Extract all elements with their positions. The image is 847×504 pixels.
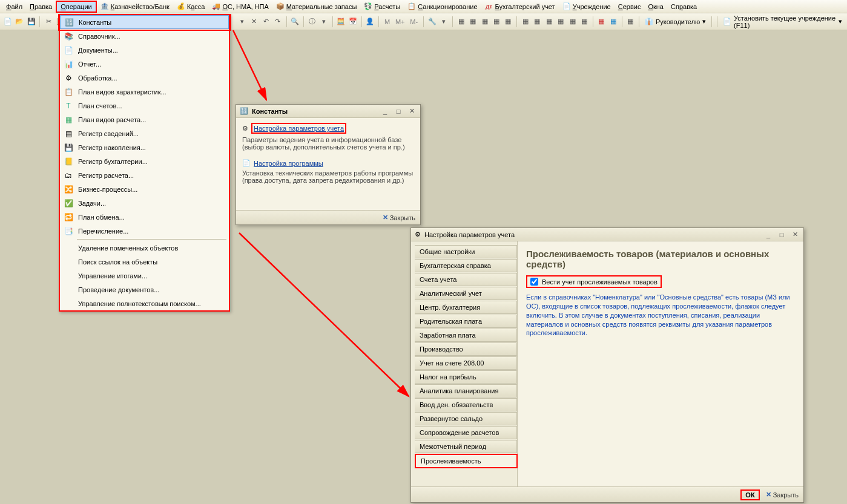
tab-accounts[interactable]: Счета учета <box>415 273 517 286</box>
menu-materials[interactable]: 📦Материальные запасы <box>272 1 361 12</box>
tab-support[interactable]: Сопровождение расчетов <box>415 426 517 439</box>
dd-totals[interactable]: Управление итогами... <box>60 269 229 283</box>
save-icon[interactable]: 💾 <box>26 16 36 28</box>
dd-reg-accum[interactable]: 💾Регистр накопления... <box>60 140 229 154</box>
dd-reg-calc[interactable]: 🗂Регистр расчета... <box>60 168 229 182</box>
dd-report[interactable]: 📊Отчет... <box>60 57 229 71</box>
cut-icon[interactable]: ✂ <box>43 16 53 28</box>
menu-cash[interactable]: 💰Касса <box>173 1 209 12</box>
dropdown-icon[interactable]: ▾ <box>237 16 248 28</box>
undo-icon[interactable]: ↶ <box>261 16 271 28</box>
tab-traceability[interactable]: Прослеживаемость <box>415 454 518 468</box>
menu-edit[interactable]: Правка <box>26 2 56 11</box>
dd-plan-char[interactable]: 📋План видов характеристик... <box>60 85 229 99</box>
tab-accounting-note[interactable]: Бухгалтерская справка <box>415 259 517 272</box>
window-titlebar[interactable]: 🔢 Константы _ □ ✕ <box>236 105 420 118</box>
m-minus[interactable]: М- <box>407 16 420 28</box>
maximize-icon[interactable]: □ <box>394 108 403 115</box>
menu-payments[interactable]: 💱Расчеты <box>360 1 404 12</box>
t13-icon[interactable]: ▦ <box>608 16 618 28</box>
dd-constants[interactable]: 🔢Константы <box>60 15 229 29</box>
maximize-icon[interactable]: □ <box>777 231 786 238</box>
menu-service[interactable]: Сервис <box>615 2 645 11</box>
program-settings-link[interactable]: Настройка программы <box>254 160 323 167</box>
redo-icon[interactable]: ↷ <box>272 16 283 28</box>
x-icon[interactable]: ✕ <box>249 16 259 28</box>
close-button[interactable]: ✕Закрыть <box>766 491 799 499</box>
t14-icon[interactable]: ▦ <box>625 16 636 28</box>
chevron-down-icon[interactable]: ▾ <box>318 16 329 28</box>
chevron-down-icon[interactable]: ▾ <box>439 16 449 28</box>
tab-208[interactable]: Учет на счете 208.00 <box>415 356 517 370</box>
tab-salary[interactable]: Заработная плата <box>415 329 517 342</box>
t3-icon[interactable]: ▦ <box>480 16 490 28</box>
dd-reference[interactable]: 📚Справочник... <box>60 29 229 43</box>
calendar-icon[interactable]: 📅 <box>348 16 358 28</box>
dd-delete-marked[interactable]: Удаление помеченных объектов <box>60 241 229 255</box>
menu-help[interactable]: Справка <box>667 2 700 11</box>
new-icon[interactable]: 📄 <box>2 16 13 28</box>
user-icon[interactable]: 👤 <box>364 16 375 28</box>
traceability-checkbox[interactable] <box>530 278 538 286</box>
ok-button[interactable]: ОК <box>740 489 759 500</box>
dd-reg-info[interactable]: ▤Регистр сведений... <box>60 126 229 140</box>
tab-interperiod[interactable]: Межотчетный период <box>415 440 517 453</box>
t7-icon[interactable]: ▦ <box>532 16 542 28</box>
t9-icon[interactable]: ▦ <box>555 16 565 28</box>
tab-production[interactable]: Производство <box>415 342 517 356</box>
t1-icon[interactable]: ▦ <box>456 16 466 28</box>
t10-icon[interactable]: ▦ <box>567 16 578 28</box>
tab-profit-tax[interactable]: Налог на прибыль <box>415 370 517 384</box>
tab-parent-fee[interactable]: Родительская плата <box>415 315 517 328</box>
dd-plan-accounts[interactable]: ТПлан счетов... <box>60 99 229 113</box>
menu-assets[interactable]: 🚚ОС, НМА, НПА <box>208 1 272 12</box>
close-button[interactable]: ✕Закрыть <box>383 214 415 221</box>
dd-biz-process[interactable]: 🔀Бизнес-процессы... <box>60 182 229 196</box>
dd-posting[interactable]: Проведение документов... <box>60 283 229 296</box>
dd-reg-accounting[interactable]: 📒Регистр бухгалтерии... <box>60 154 229 168</box>
dd-fulltext[interactable]: Управление полнотекстовым поиском... <box>60 296 229 310</box>
dd-tasks[interactable]: ✅Задачи... <box>60 196 229 210</box>
menu-institution[interactable]: 📄Учреждение <box>559 1 615 12</box>
dd-enum[interactable]: 📑Перечисление... <box>60 224 229 238</box>
dd-documents[interactable]: 📄Документы... <box>60 43 229 57</box>
set-institution[interactable]: 📄Установить текущее учреждение (F11) ▾ <box>720 15 845 29</box>
role-selector[interactable]: 👔Руководителю ▾ <box>642 18 708 25</box>
tab-general[interactable]: Общие настройки <box>415 245 517 258</box>
tab-central[interactable]: Центр. бухгалтерия <box>415 301 517 314</box>
dd-find-refs[interactable]: Поиск ссылок на объекты <box>60 255 229 269</box>
menu-accounting[interactable]: ДтБухгалтерский учет <box>481 1 559 12</box>
t8-icon[interactable]: ▦ <box>544 16 554 28</box>
m-label[interactable]: М <box>382 16 392 28</box>
search-icon[interactable]: 🔍 <box>289 16 300 28</box>
dd-exchange[interactable]: 🔁План обмена... <box>60 210 229 224</box>
tab-balance[interactable]: Развернутое сальдо <box>415 412 517 425</box>
info-icon[interactable]: ⓘ <box>307 16 317 28</box>
close-icon[interactable]: ✕ <box>790 231 800 238</box>
menu-treasury[interactable]: 🏦Казначейство/Банк <box>97 1 173 12</box>
dd-plan-calc[interactable]: ▦План видов расчета... <box>60 113 229 126</box>
menu-windows[interactable]: Окна <box>644 2 667 11</box>
window-titlebar[interactable]: ⚙ Настройка параметров учета _ □ ✕ <box>411 228 803 241</box>
minimize-icon[interactable]: _ <box>763 231 773 238</box>
settings-link[interactable]: Настройка параметров учета <box>251 123 346 134</box>
t11-icon[interactable]: ▦ <box>579 16 589 28</box>
m-plus[interactable]: М+ <box>394 16 406 28</box>
calc-icon[interactable]: 🧮 <box>336 16 346 28</box>
tab-planning[interactable]: Аналитика планирования <box>415 384 517 398</box>
wrench-icon[interactable]: 🔧 <box>427 16 437 28</box>
t4-icon[interactable]: ▦ <box>491 16 501 28</box>
open-icon[interactable]: 📂 <box>14 16 24 28</box>
tab-analytics[interactable]: Аналитический учет <box>415 287 517 300</box>
t6-icon[interactable]: ▦ <box>520 16 530 28</box>
menu-operations[interactable]: Операции <box>56 1 96 13</box>
t2-icon[interactable]: ▦ <box>467 16 478 28</box>
close-icon[interactable]: ✕ <box>407 107 417 115</box>
menu-sanction[interactable]: 📋Санкционирование <box>404 1 481 12</box>
t5-icon[interactable]: ▦ <box>503 16 513 28</box>
dd-processing[interactable]: ⚙Обработка... <box>60 71 229 85</box>
t12-icon[interactable]: ▦ <box>596 16 607 28</box>
tab-obligations[interactable]: Ввод ден. обязательств <box>415 398 517 411</box>
menu-file[interactable]: Файл <box>2 2 26 11</box>
minimize-icon[interactable]: _ <box>380 108 390 115</box>
